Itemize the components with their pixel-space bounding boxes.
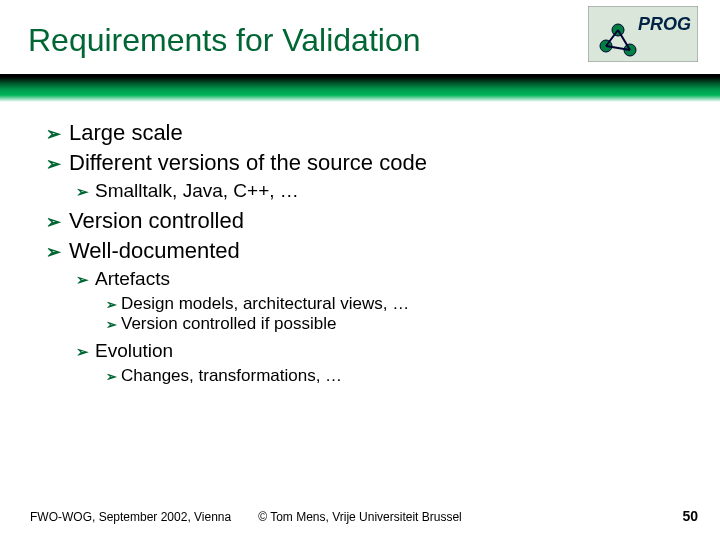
list-item: ➢Version controlled <box>46 208 690 234</box>
slide: Requirements for Validation PROG ➢Large … <box>0 0 720 540</box>
content-area: ➢Large scale ➢Different versions of the … <box>46 120 690 392</box>
arrow-icon: ➢ <box>46 241 61 263</box>
divider-bar <box>0 74 720 102</box>
bullet-text: Different versions of the source code <box>69 150 427 175</box>
list-item: ➢Well-documented ➢Artefacts ➢Design mode… <box>46 238 690 386</box>
list-item: ➢Smalltalk, Java, C++, … <box>76 180 690 202</box>
bullet-text: Well-documented <box>69 238 240 263</box>
bullet-text: Large scale <box>69 120 183 145</box>
page-number: 50 <box>682 508 698 524</box>
list-item: ➢Changes, transformations, … <box>106 366 690 386</box>
arrow-icon: ➢ <box>46 153 61 175</box>
bullet-text: Version controlled <box>69 208 244 233</box>
bullet-text: Smalltalk, Java, C++, … <box>95 180 299 201</box>
footer-center: © Tom Mens, Vrije Universiteit Brussel <box>0 510 720 524</box>
bullet-text: Design models, architectural views, … <box>121 294 409 313</box>
bullet-text: Version controlled if possible <box>121 314 336 333</box>
list-item: ➢Evolution ➢Changes, transformations, … <box>76 340 690 386</box>
bullet-list: ➢Large scale ➢Different versions of the … <box>46 120 690 386</box>
list-item: ➢Version controlled if possible <box>106 314 690 334</box>
list-item: ➢Artefacts ➢Design models, architectural… <box>76 268 690 334</box>
list-item: ➢Large scale <box>46 120 690 146</box>
arrow-icon: ➢ <box>76 183 89 201</box>
bullet-text: Changes, transformations, … <box>121 366 342 385</box>
arrow-icon: ➢ <box>76 271 89 289</box>
list-item: ➢Different versions of the source code ➢… <box>46 150 690 202</box>
logo-text: PROG <box>638 14 691 34</box>
page-title: Requirements for Validation <box>28 22 421 59</box>
arrow-icon: ➢ <box>106 297 117 312</box>
arrow-icon: ➢ <box>106 317 117 332</box>
bullet-text: Artefacts <box>95 268 170 289</box>
bullet-text: Evolution <box>95 340 173 361</box>
arrow-icon: ➢ <box>106 369 117 384</box>
arrow-icon: ➢ <box>46 211 61 233</box>
prog-logo: PROG <box>588 6 698 62</box>
list-item: ➢Design models, architectural views, … <box>106 294 690 314</box>
arrow-icon: ➢ <box>76 343 89 361</box>
footer: FWO-WOG, September 2002, Vienna © Tom Me… <box>0 504 720 524</box>
arrow-icon: ➢ <box>46 123 61 145</box>
